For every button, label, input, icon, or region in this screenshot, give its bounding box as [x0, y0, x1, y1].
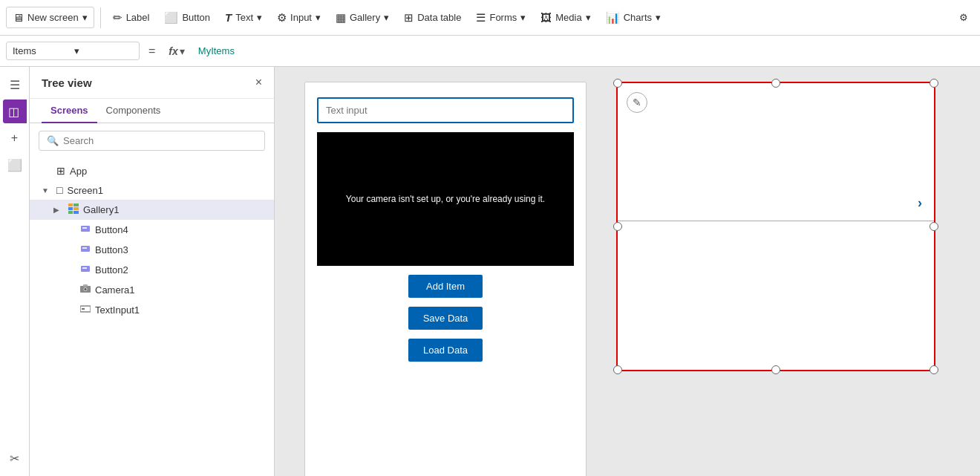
new-screen-label: New screen: [27, 12, 79, 23]
fx-button[interactable]: fx ▾: [164, 45, 189, 57]
label-icon: ✏: [113, 11, 122, 25]
media-icon: 🖼: [540, 11, 552, 24]
input-button[interactable]: ⚙ Input ▾: [271, 7, 327, 28]
load-data-button[interactable]: Load Data: [408, 339, 483, 362]
tree-item-camera1[interactable]: Camera1: [30, 280, 274, 300]
save-data-button[interactable]: Save Data: [408, 307, 483, 330]
add-item-button[interactable]: Add Item: [408, 275, 483, 298]
settings-button[interactable]: ⚙: [953, 8, 974, 27]
handle-topmid[interactable]: [771, 79, 780, 88]
svg-rect-4: [68, 211, 73, 214]
text-button[interactable]: T Text ▾: [219, 7, 268, 27]
button-icon: ⬜: [164, 11, 178, 25]
handle-bottommid[interactable]: [771, 365, 780, 374]
charts-label: Charts: [624, 12, 652, 23]
tree-item-textinput1[interactable]: TextInput1: [30, 300, 274, 320]
expand-icon: ▶: [53, 206, 64, 214]
svg-rect-7: [82, 227, 87, 229]
fx-label: fx: [169, 45, 177, 57]
close-button[interactable]: ×: [255, 76, 262, 89]
label-button[interactable]: ✏ Label: [107, 7, 156, 28]
item-label: Button4: [95, 224, 262, 235]
tab-screens[interactable]: Screens: [42, 99, 97, 123]
tree-item-gallery1[interactable]: ▶ Gallery1 ···: [30, 200, 274, 220]
item-label: TextInput1: [95, 304, 262, 316]
gallery-icon: [68, 203, 79, 216]
chevron-down-icon: ▾: [257, 12, 262, 23]
textinput-icon: [80, 304, 91, 316]
hamburger-button[interactable]: ☰: [3, 73, 27, 97]
gallery-widget[interactable]: ✎ ›: [616, 82, 935, 371]
gallery-label: Gallery: [350, 12, 380, 23]
handle-topright[interactable]: [930, 79, 938, 88]
button-label: Button: [182, 12, 210, 23]
item-label: Gallery1: [83, 204, 249, 215]
formula-bar: Items ▾ = fx ▾ MyItems: [0, 36, 980, 67]
handle-bottomright[interactable]: [930, 365, 938, 374]
tree-item-button2[interactable]: Button2: [30, 260, 274, 280]
property-dropdown[interactable]: Items ▾: [6, 42, 140, 60]
chevron-down-icon: ▾: [656, 12, 661, 23]
handle-midleft[interactable]: [613, 222, 622, 231]
chevron-down-icon: ▾: [520, 12, 526, 23]
chevron-down-icon: ▾: [586, 12, 591, 23]
input-label: Input: [290, 12, 312, 23]
layers-button[interactable]: ◫: [3, 100, 27, 123]
main-area: ☰ ◫ + ⬜ ✂ Tree view × Screens Components…: [0, 67, 980, 476]
button-icon: [80, 264, 91, 276]
tree-item-button3[interactable]: Button3: [30, 240, 274, 260]
camera-box: Your camera isn't set up, or you're alre…: [317, 132, 574, 266]
handle-topleft[interactable]: [613, 79, 622, 88]
forms-icon: ☰: [476, 11, 486, 25]
button-icon: [80, 224, 91, 236]
item-label: App: [70, 166, 262, 177]
chevron-down-icon: ▾: [180, 45, 185, 57]
new-screen-button[interactable]: 🖥 New screen ▾: [6, 7, 94, 28]
chevron-down-icon: ▾: [74, 45, 133, 56]
sidebar-icons: ☰ ◫ + ⬜ ✂: [0, 67, 30, 476]
components-button[interactable]: ⬜: [3, 153, 27, 177]
variables-button[interactable]: ✂: [3, 446, 27, 470]
formula-value[interactable]: MyItems: [195, 42, 974, 59]
search-input[interactable]: [63, 135, 257, 146]
input-icon: ⚙: [277, 11, 287, 25]
item-label: Camera1: [95, 284, 262, 296]
svg-rect-15: [83, 284, 88, 287]
handle-bottomleft[interactable]: [613, 365, 622, 374]
add-button[interactable]: +: [3, 126, 27, 150]
new-screen-icon: 🖥: [13, 11, 24, 24]
settings-icon: ⚙: [959, 12, 968, 23]
item-label: Button2: [95, 264, 262, 276]
button-button[interactable]: ⬜ Button: [158, 7, 216, 28]
gallery-edit-button[interactable]: ✎: [627, 92, 647, 113]
forms-label: Forms: [489, 12, 517, 23]
item-label: Screen1: [67, 185, 262, 196]
tree-header: Tree view ×: [30, 67, 274, 99]
button-icon: [80, 244, 91, 256]
gallery-chevron[interactable]: ›: [918, 195, 922, 211]
tab-components[interactable]: Components: [97, 99, 170, 123]
tree-item-screen1[interactable]: ▼ □ Screen1: [30, 180, 274, 200]
chevron-down-icon: ▾: [384, 12, 389, 23]
canvas-area: Your camera isn't set up, or you're alre…: [275, 67, 980, 476]
charts-icon: 📊: [606, 11, 620, 25]
tree-search-box: 🔍: [39, 131, 265, 151]
media-button[interactable]: 🖼 Media ▾: [535, 7, 596, 27]
camera-icon: [80, 284, 91, 296]
app-icon: ⊞: [56, 165, 65, 177]
edit-icon: ✎: [633, 97, 641, 108]
svg-point-14: [85, 288, 87, 290]
tree-item-app[interactable]: ⊞ App: [30, 161, 274, 180]
datatable-button[interactable]: ⊞ Data table: [398, 7, 467, 28]
tree-panel: Tree view × Screens Components 🔍 ⊞ App ▼…: [30, 67, 275, 476]
gallery-button[interactable]: ▦ Gallery ▾: [330, 7, 395, 28]
handle-midright[interactable]: [930, 222, 938, 231]
forms-button[interactable]: ☰ Forms ▾: [470, 7, 532, 28]
media-label: Media: [555, 12, 581, 23]
tree-item-button4[interactable]: Button4: [30, 220, 274, 240]
svg-rect-3: [74, 207, 79, 210]
svg-rect-5: [74, 211, 79, 214]
charts-button[interactable]: 📊 Charts ▾: [600, 7, 667, 28]
gallery-row-divider: [618, 221, 934, 221]
text-input-field[interactable]: [317, 97, 574, 123]
